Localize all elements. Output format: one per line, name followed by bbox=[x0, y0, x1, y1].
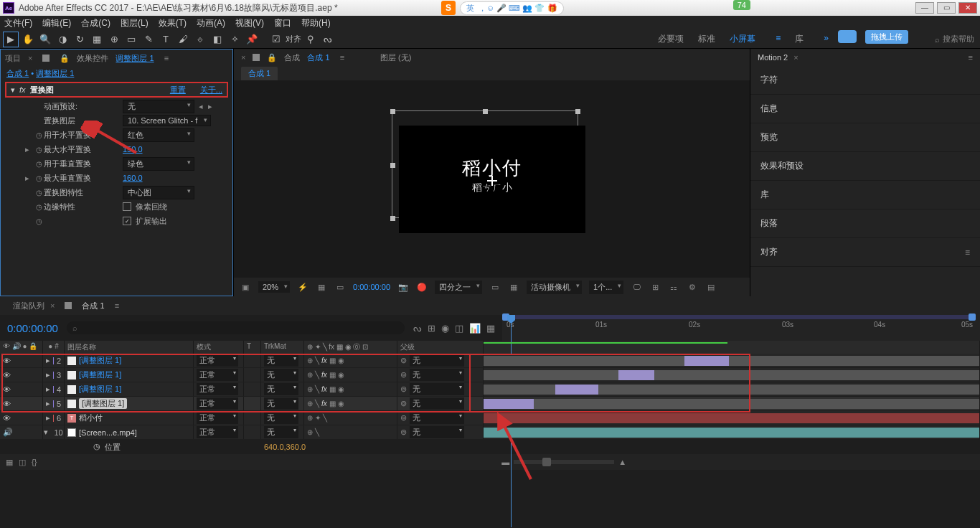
prop-edge-cb[interactable] bbox=[123, 202, 131, 211]
minimize-button[interactable]: — bbox=[915, 2, 934, 14]
stopwatch-icon[interactable]: ◷ bbox=[34, 146, 44, 154]
comp-menu-icon[interactable]: ≡ bbox=[340, 53, 344, 62]
time-ruler[interactable]: 0s 01s 02s 03s 04s 05s bbox=[502, 315, 980, 341]
sogou-icon[interactable]: S bbox=[441, 1, 456, 15]
clone-tool[interactable]: ⟐ bbox=[192, 32, 208, 47]
comp-lock2-icon[interactable]: 🔒 bbox=[267, 53, 277, 62]
flowchart-tab[interactable]: 合成 1 bbox=[241, 67, 278, 80]
zoom-in-icon[interactable]: ▲ bbox=[618, 458, 626, 466]
twirl-icon[interactable]: ▸ bbox=[46, 399, 50, 408]
label-color[interactable] bbox=[53, 372, 54, 379]
panel-menu-icon[interactable]: ≡ bbox=[164, 54, 169, 62]
label-color[interactable] bbox=[53, 415, 54, 422]
effect-header[interactable]: ▾ fx 置换图 重置 关于... bbox=[5, 82, 228, 98]
layer-name[interactable]: [Screen...e.mp4] bbox=[79, 428, 137, 437]
shape-tool[interactable]: ▭ bbox=[123, 32, 139, 47]
zoom-out-icon[interactable]: ▬ bbox=[501, 458, 509, 466]
layer-row[interactable]: 🔊 ▾10 [Screen...e.mp4] 正常 无 ⊕╲ ⊚无 bbox=[0, 425, 980, 440]
handle-ml[interactable] bbox=[390, 163, 395, 168]
ws-small[interactable]: 小屏幕 bbox=[730, 33, 755, 45]
parent-dd[interactable]: 无 bbox=[410, 383, 464, 395]
toggle-in-out-icon[interactable]: {} bbox=[32, 458, 37, 466]
comp-lock-icon[interactable] bbox=[253, 54, 260, 61]
menu-animation[interactable]: 动画(A) bbox=[197, 17, 225, 29]
layer-bar[interactable] bbox=[484, 428, 979, 438]
stopwatch-icon[interactable]: ◷ bbox=[93, 442, 100, 453]
stopwatch-icon[interactable]: ◷ bbox=[34, 203, 44, 211]
trkmat-dd[interactable]: 无 bbox=[264, 397, 298, 410]
layer-row[interactable]: 👁 ▸6 T稻小付 正常 无 ⊕✦╲ ⊚无 bbox=[0, 411, 980, 425]
handle-tl[interactable] bbox=[390, 109, 395, 114]
shy-icon[interactable]: ᔓ bbox=[413, 323, 422, 334]
snap-opt2-icon[interactable]: ᔓ bbox=[320, 32, 336, 47]
view-opt3-icon[interactable]: ⚏ bbox=[668, 283, 679, 292]
ime-status[interactable]: 英，☺ 🎤 ⌨ 👥 👕 🎁 bbox=[460, 1, 564, 15]
viewer[interactable]: 稻小付 稻ㄘㄏ小 bbox=[234, 80, 750, 278]
layer-name[interactable]: [调整图层 1] bbox=[79, 355, 121, 366]
eye-icon[interactable]: 👁 bbox=[3, 414, 11, 423]
motion2-close[interactable]: × bbox=[793, 53, 798, 62]
blend-mode-dd[interactable]: 正常 bbox=[197, 412, 238, 424]
brush-tool[interactable]: 🖌 bbox=[175, 32, 191, 47]
property-row[interactable]: ◷位置 640.0,360.0 bbox=[0, 440, 980, 454]
snap-opt-icon[interactable]: ⚲ bbox=[303, 32, 319, 47]
transparency-icon[interactable]: ▦ bbox=[508, 283, 519, 292]
layer-row[interactable]: 👁 ▸5 [调整图层 1] 正常 无 ⊕╲fx▦◉ ⊚无 bbox=[0, 397, 980, 411]
menu-view[interactable]: 视图(V) bbox=[235, 17, 264, 29]
eye-icon[interactable]: 👁 bbox=[3, 400, 11, 408]
view-opt1-icon[interactable]: 🖵 bbox=[631, 283, 642, 291]
toggle-modes-icon[interactable]: ◫ bbox=[19, 458, 26, 467]
zoom-slider[interactable] bbox=[514, 460, 614, 464]
menu-layer[interactable]: 图层(L) bbox=[121, 17, 149, 29]
tl-lock-icon[interactable] bbox=[65, 302, 72, 309]
draft3d-icon[interactable]: ▦ bbox=[486, 323, 495, 334]
blend-mode-dd[interactable]: 正常 bbox=[197, 354, 238, 367]
stopwatch-icon[interactable]: ◷ bbox=[34, 174, 44, 182]
menu-composition[interactable]: 合成(C) bbox=[81, 17, 110, 29]
comp-tab-link[interactable]: 合成 1 bbox=[307, 52, 329, 63]
panel-info[interactable]: 信息 bbox=[750, 95, 980, 123]
twirl-icon[interactable]: ▸ bbox=[25, 174, 34, 183]
upload-tag[interactable]: 拖拽上传 bbox=[865, 30, 908, 44]
workarea-end-handle[interactable] bbox=[969, 314, 976, 321]
pickwhip-icon[interactable]: ⊚ bbox=[400, 413, 407, 423]
prop-maxh-val[interactable]: 150.0 bbox=[123, 145, 143, 154]
motion2-header[interactable]: Motion 2×≡ bbox=[750, 49, 980, 66]
layer-name[interactable]: [调整图层 1] bbox=[79, 369, 121, 380]
view-opt4-icon[interactable]: ⚙ bbox=[687, 283, 698, 292]
menu-edit[interactable]: 编辑(E) bbox=[42, 17, 71, 29]
graph-editor-icon[interactable]: ◫ bbox=[455, 323, 463, 334]
motion2-menu-icon[interactable]: ≡ bbox=[969, 53, 973, 62]
trkmat-dd[interactable]: 无 bbox=[264, 354, 298, 367]
pickwhip-icon[interactable]: ⊚ bbox=[400, 356, 407, 365]
layer-name[interactable]: 稻小付 bbox=[79, 412, 103, 423]
hand-tool[interactable]: ✋ bbox=[20, 32, 36, 47]
roto-tool[interactable]: ✧ bbox=[227, 32, 242, 47]
panel-character[interactable]: 字符 bbox=[750, 66, 980, 95]
blend-mode-dd[interactable]: 正常 bbox=[197, 383, 238, 395]
ws-menu-icon[interactable]: ≡ bbox=[776, 33, 781, 45]
blend-mode-dd[interactable]: 正常 bbox=[197, 369, 238, 381]
roi-icon[interactable]: ▭ bbox=[489, 283, 501, 292]
layer-name[interactable]: [调整图层 1] bbox=[79, 384, 121, 395]
layer-row[interactable]: 👁 ▸4 [调整图层 1] 正常 无 ⊕╲fx▦◉ ⊚无 bbox=[0, 382, 980, 397]
stopwatch-icon[interactable]: ◷ bbox=[34, 160, 44, 168]
eye-icon[interactable]: 👁 bbox=[3, 371, 11, 380]
twirl-icon[interactable]: ▾ bbox=[11, 85, 15, 95]
selection-tool[interactable]: ▶ bbox=[3, 32, 19, 47]
pickwhip-icon[interactable]: ⊚ bbox=[400, 399, 407, 408]
fx-controls-tab[interactable]: 效果控件 bbox=[77, 53, 108, 64]
ws-essentials[interactable]: 必要项 bbox=[658, 33, 684, 45]
twirl-icon[interactable]: ▸ bbox=[46, 385, 50, 394]
view-opt2-icon[interactable]: ⊞ bbox=[649, 283, 661, 292]
camera-dd[interactable]: 活动摄像机 bbox=[527, 280, 582, 294]
label-color[interactable] bbox=[53, 357, 54, 364]
notification-badge[interactable]: 74 bbox=[733, 0, 750, 10]
resolution-dd[interactable]: 四分之一 bbox=[435, 280, 482, 294]
viewer-timecode[interactable]: 0:00:00:00 bbox=[353, 283, 390, 291]
text-tool[interactable]: T bbox=[158, 32, 174, 47]
menu-file[interactable]: 文件(F) bbox=[4, 17, 32, 29]
resolution-icon[interactable]: ▦ bbox=[316, 283, 327, 292]
ws-more-icon[interactable]: » bbox=[824, 33, 829, 45]
panel-align[interactable]: 对齐≡ bbox=[750, 238, 980, 267]
